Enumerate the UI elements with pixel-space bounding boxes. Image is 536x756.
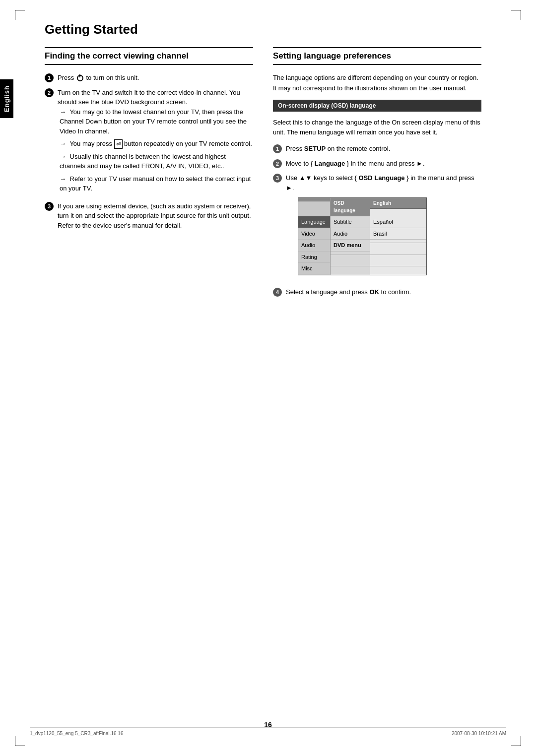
page-title: Getting Started: [45, 22, 506, 37]
menu-row-3-col1: Audio: [298, 240, 331, 252]
step-3-content: If you are using external device, (such …: [58, 201, 253, 231]
menu-row-3-col3: [370, 240, 426, 252]
corner-mark-tr: [511, 10, 521, 20]
menu-row-2: Video Audio Brasil: [298, 228, 426, 240]
footer-right: 2007-08-30 10:10:21 AM: [452, 731, 506, 736]
right-step-number-4: 4: [273, 288, 282, 297]
ok-keyword: OK: [369, 288, 379, 296]
menu-screenshot: OSD language English Language Subtit: [298, 197, 427, 275]
menu-row-5-col1: Misc: [298, 263, 331, 275]
content-columns: Finding the correct viewing channel 1 Pr…: [45, 47, 506, 302]
menu-row-4-col3: [370, 252, 426, 263]
menu-row-5-col2: [331, 263, 370, 275]
menu-col2-header: OSD language: [331, 198, 370, 216]
menu-row-2-col1: Video: [298, 228, 331, 240]
corner-mark-br: [511, 736, 521, 746]
osd-language-keyword: OSD Language: [358, 174, 404, 182]
right-step-3: 3 Use ▲▼ keys to select { OSD Language }…: [273, 173, 481, 282]
menu-row-1-col3: Español: [370, 216, 426, 228]
step-2-content: Turn on the TV and switch it to the corr…: [58, 88, 253, 196]
setup-keyword: SETUP: [304, 145, 326, 152]
corner-mark-tl: [15, 10, 25, 20]
power-icon: [77, 75, 83, 81]
left-column: Finding the correct viewing channel 1 Pr…: [45, 47, 253, 302]
step-number-1: 1: [45, 73, 54, 82]
right-step-number-3: 3: [273, 174, 282, 183]
page-container: English Getting Started Finding the corr…: [0, 0, 536, 756]
step-1-content: Press to turn on this unit.: [58, 73, 253, 83]
menu-row-3: Audio DVD menu: [298, 240, 426, 252]
menu-row-5: Misc: [298, 263, 426, 275]
step-2-arrow-3: → Usually this channel is between the lo…: [58, 152, 253, 171]
right-step-1-content: Press SETUP on the remote control.: [286, 144, 481, 154]
left-section-heading: Finding the correct viewing channel: [45, 47, 253, 65]
right-step-4: 4 Select a language and press OK to conf…: [273, 287, 481, 297]
right-step-2: 2 Move to { Language } in the menu and p…: [273, 159, 481, 169]
right-step-3-content: Use ▲▼ keys to select { OSD Language } i…: [286, 173, 481, 282]
left-step-1: 1 Press to turn on this unit.: [45, 73, 253, 83]
menu-row-1-col1: Language: [298, 216, 331, 228]
right-step-1: 1 Press SETUP on the remote control.: [273, 144, 481, 154]
right-step-number-1: 1: [273, 144, 282, 153]
menu-row-5-col3: [370, 263, 426, 275]
right-step-2-content: Move to { Language } in the menu and pre…: [286, 159, 481, 169]
menu-row-2-col2: Audio: [331, 228, 370, 240]
right-step-number-2: 2: [273, 159, 282, 168]
menu-row-4: Rating: [298, 252, 426, 263]
language-keyword: Language: [315, 160, 345, 167]
step-2-arrow-2: → You may press ⏎ button repeatedly on y…: [58, 139, 253, 149]
page-footer: 1_dvp1120_55_eng 5_CR3_aftFinal.16 16 20…: [30, 727, 506, 736]
right-step-4-content: Select a language and press OK to confir…: [286, 287, 481, 297]
menu-row-4-col1: Rating: [298, 252, 331, 263]
left-step-2: 2 Turn on the TV and switch it to the co…: [45, 88, 253, 196]
right-section-intro: The language options are different depen…: [273, 73, 481, 94]
menu-row-header: OSD language English: [298, 198, 426, 216]
menu-row-3-col2: DVD menu: [331, 240, 370, 252]
left-step-3: 3 If you are using external device, (suc…: [45, 201, 253, 231]
menu-row-1-col2: Subtitle: [331, 216, 370, 228]
step-2-arrow-1: → You may go to the lowest channel on yo…: [58, 107, 253, 136]
osd-subsection-heading: On-screen display (OSD) language: [273, 100, 481, 112]
step-number-2: 2: [45, 88, 54, 97]
osd-subsection-body: Select this to change the language of th…: [273, 118, 481, 138]
menu-col1-header: [298, 198, 331, 216]
menu-col3-header: English: [370, 198, 426, 216]
english-language-tab: English: [0, 79, 13, 118]
sidebar-label: English: [3, 85, 10, 112]
menu-row-2-col3: Brasil: [370, 228, 426, 240]
corner-mark-bl: [15, 736, 25, 746]
footer-left: 1_dvp1120_55_eng 5_CR3_aftFinal.16 16: [30, 731, 124, 736]
menu-row-1: Language Subtitle Español: [298, 216, 426, 228]
step-2-arrow-4: → Refer to your TV user manual on how to…: [58, 174, 253, 193]
menu-row-4-col2: [331, 252, 370, 263]
step-number-3: 3: [45, 202, 54, 211]
right-column: Setting language preferences The languag…: [273, 47, 481, 302]
right-section-heading: Setting language preferences: [273, 47, 481, 65]
input-button-icon: ⏎: [114, 139, 123, 149]
